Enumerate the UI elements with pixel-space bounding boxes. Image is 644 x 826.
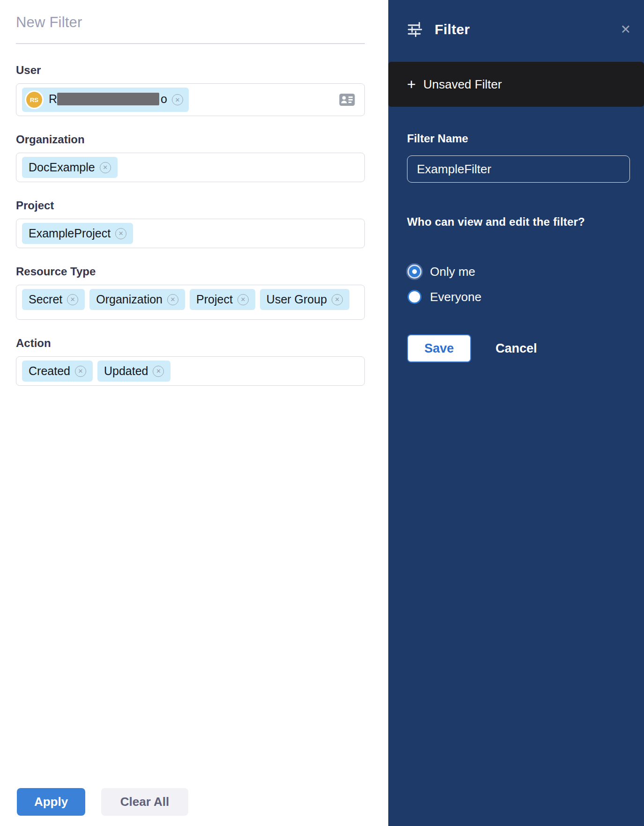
user-chip-label: Ro [49,92,167,107]
chip-label: User Group [266,293,327,306]
clear-all-button[interactable]: Clear All [101,788,188,816]
chip-label: Updated [104,364,148,378]
app-window: New Filter User RS Ro ✕ Organization [0,0,644,826]
panel-title: Filter [435,22,470,37]
title-divider [16,43,365,44]
unsaved-filter-tab[interactable]: + Unsaved Filter [388,62,644,107]
page-title: New Filter [16,14,365,31]
action-chip[interactable]: Created ✕ [22,361,93,382]
filter-name-input[interactable] [407,155,630,183]
radio-only-me[interactable]: Only me [407,263,630,280]
address-card-icon[interactable] [339,93,355,106]
chip-label: Organization [96,293,163,306]
action-field[interactable]: Created ✕ Updated ✕ [16,356,365,386]
chip-close-icon[interactable]: ✕ [115,228,126,239]
organization-field-label: Organization [16,133,365,146]
project-field-label: Project [16,199,365,212]
radio-unselected-icon[interactable] [409,291,420,302]
radio-label: Everyone [430,290,481,304]
user-field-label: User [16,64,365,77]
chip-close-icon[interactable]: ✕ [100,162,111,173]
resource-type-chip[interactable]: User Group ✕ [260,289,349,310]
filter-panel: Filter ✕ + Unsaved Filter Filter Name Wh… [388,0,644,826]
chip-label: ExampleProject [29,227,111,240]
visibility-radio-group: Only me Everyone [407,263,630,305]
chip-label: Secret [29,293,62,306]
chip-close-icon[interactable]: ✕ [153,366,164,377]
project-field[interactable]: ExampleProject ✕ [16,219,365,248]
filter-panel-header: Filter ✕ [388,0,644,37]
new-filter-pane: New Filter User RS Ro ✕ Organization [0,0,388,826]
organization-chip[interactable]: DocExample ✕ [22,157,118,178]
organization-field[interactable]: DocExample ✕ [16,153,365,182]
visibility-question: Who can view and edit the filter? [407,215,630,229]
chip-close-icon[interactable]: ✕ [67,294,78,305]
cancel-button[interactable]: Cancel [496,341,537,356]
chip-close-icon[interactable]: ✕ [75,366,86,377]
project-chip[interactable]: ExampleProject ✕ [22,223,133,244]
chip-label: Created [29,364,70,378]
chip-close-icon[interactable]: ✕ [332,294,343,305]
resource-type-chip[interactable]: Organization ✕ [89,289,185,310]
radio-everyone[interactable]: Everyone [407,288,630,305]
chip-label: Project [196,293,233,306]
sliders-icon [407,22,424,37]
resource-type-chip[interactable]: Project ✕ [190,289,255,310]
action-chip[interactable]: Updated ✕ [97,361,171,382]
redaction-bar [57,93,159,105]
resource-type-field-label: Resource Type [16,265,365,278]
save-button[interactable]: Save [407,334,471,362]
resource-type-field[interactable]: Secret ✕ Organization ✕ Project ✕ User G… [16,285,365,320]
plus-icon: + [407,77,416,92]
chip-close-icon[interactable]: ✕ [167,294,178,305]
chip-close-icon[interactable]: ✕ [237,294,249,305]
radio-label: Only me [430,265,475,279]
user-field[interactable]: RS Ro ✕ [16,83,365,116]
radio-selected-icon[interactable] [409,266,420,277]
resource-type-chip[interactable]: Secret ✕ [22,289,85,310]
chip-close-icon[interactable]: ✕ [172,94,183,105]
unsaved-filter-label: Unsaved Filter [423,77,502,92]
close-icon[interactable]: ✕ [620,23,631,36]
action-field-label: Action [16,337,365,350]
filter-name-label: Filter Name [407,132,630,145]
user-chip[interactable]: RS Ro ✕ [22,88,189,112]
user-avatar: RS [26,92,42,108]
chip-label: DocExample [29,161,95,174]
apply-button[interactable]: Apply [17,788,85,816]
